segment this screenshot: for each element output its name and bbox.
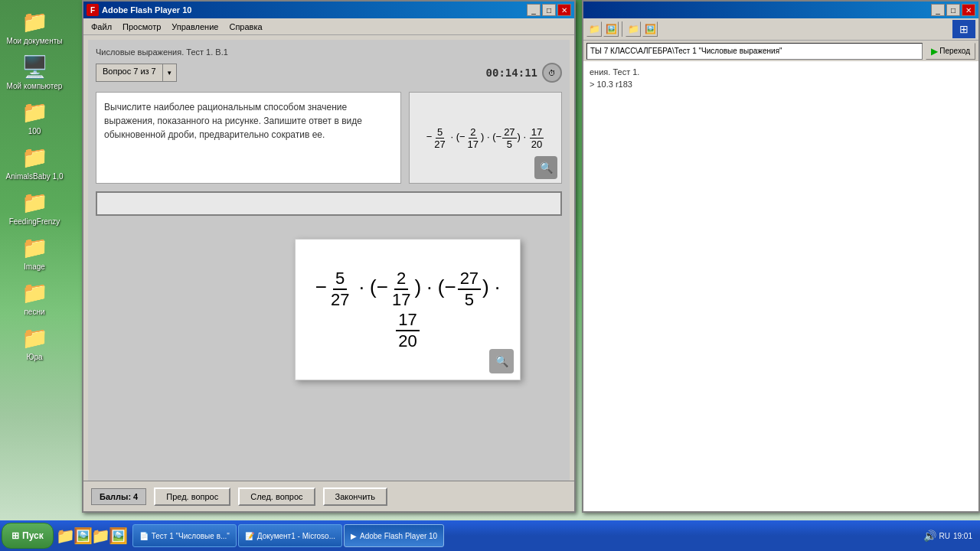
taskbar-folder-icon-3[interactable]: 📁 [93, 528, 109, 543]
desktop-icons-container: 📁 Мои документы 🖥️ Мой компьютер 📁 100 📁… [0, 0, 77, 369]
desktop-icon-feeding[interactable]: 📁 FeedingFrenzy [4, 188, 65, 226]
dropdown-arrow-icon[interactable]: ▼ [163, 64, 177, 82]
toolbar-icon-2[interactable]: 🖼️ [603, 21, 619, 37]
bottom-bar: Баллы: 4 Пред. вопрос След. вопрос Закон… [83, 481, 574, 511]
taskbar-item-doc-icon: 📝 [245, 532, 254, 540]
taskbar-item-flash-icon: ▶ [351, 532, 357, 540]
bg-minimize-button[interactable]: _ [931, 4, 945, 16]
folder-100-icon: 📁 [21, 98, 48, 126]
toolbar-icon-3[interactable]: 📁 [626, 21, 641, 37]
songs-icon: 📁 [21, 279, 48, 306]
feeding-icon: 📁 [21, 188, 48, 216]
taskbar-item-test-icon: 📄 [139, 532, 149, 540]
taskbar-tray: 🔊 RU 19:01 [917, 530, 978, 542]
flash-minimize-button[interactable]: _ [527, 4, 541, 16]
taskbar-folder-icon-2[interactable]: 🖼️ [76, 528, 91, 543]
toolbar-icon-1[interactable]: 📁 [586, 21, 602, 37]
songs-label: песни [24, 308, 44, 316]
taskbar-item-flash-label: Adobe Flash Player 10 [360, 532, 437, 540]
toolbar-icon-4[interactable]: 🖼️ [642, 21, 658, 37]
image-icon: 📁 [21, 233, 48, 261]
animals-label: AnimalsBaby 1,0 [5, 172, 63, 181]
question-text: Вычислите наиболее рациональным способом… [96, 92, 401, 184]
desktop-icon-animals[interactable]: 📁 AnimalsBaby 1,0 [4, 143, 65, 181]
test-title: Числовые выражения. Тест 1. В.1 [96, 47, 562, 57]
yura-icon: 📁 [21, 324, 48, 351]
feeding-label: FeedingFrenzy [9, 217, 60, 226]
taskbar-lang-indicator: RU [939, 532, 950, 540]
start-button[interactable]: ⊞ Пуск [2, 523, 54, 549]
flash-title-text: Adobe Flash Player 10 [102, 5, 524, 15]
desktop-icon-yura[interactable]: 📁 Юра [4, 324, 65, 361]
desktop-icon-100[interactable]: 📁 100 [4, 98, 65, 135]
timer-display: 00:14:11 ⏱ [486, 63, 562, 83]
taskbar-items: 📄 Тест 1 "Числовые в..." 📝 Документ1 - M… [132, 524, 916, 547]
nav-go-label: Переход [939, 47, 970, 55]
flash-menubar: Файл Просмотр Управление Справка [83, 18, 574, 35]
flash-maximize-button[interactable]: □ [542, 4, 556, 16]
taskbar: ⊞ Пуск 📁 🖼️ 📁 🖼️ 📄 Тест 1 "Числовые в...… [0, 520, 980, 551]
question-dropdown[interactable]: Вопрос 7 из 7 [96, 64, 163, 82]
timer-button[interactable]: ⏱ [542, 63, 562, 83]
bg-window-nav: ▶ Переход [583, 40, 978, 61]
flash-close-button[interactable]: ✕ [557, 4, 571, 16]
taskbar-item-test[interactable]: 📄 Тест 1 "Числовые в..." [132, 524, 237, 547]
flash-player-window: F Adobe Flash Player 10 _ □ ✕ Файл Просм… [82, 0, 576, 513]
my-documents-icon: 📁 [21, 8, 48, 35]
zoom-out-button[interactable]: 🔍 [489, 349, 514, 373]
menu-view[interactable]: Просмотр [118, 21, 165, 33]
nav-path-input[interactable] [586, 43, 923, 60]
menu-help[interactable]: Справка [224, 21, 266, 33]
start-windows-icon: ⊞ [11, 530, 19, 541]
bg-window-toolbar: 📁 🖼️ 📁 🖼️ ⊞ [583, 18, 978, 40]
my-documents-label: Мои документы [7, 37, 63, 45]
taskbar-item-flash[interactable]: ▶ Adobe Flash Player 10 [344, 524, 444, 547]
taskbar-item-test-label: Тест 1 "Числовые в..." [152, 532, 230, 540]
flash-titlebar: F Adobe Flash Player 10 _ □ ✕ [83, 2, 574, 18]
desktop-icon-image[interactable]: 📁 Image [4, 233, 65, 271]
my-computer-label: Мой компьютер [7, 82, 63, 90]
zoom-overlay: −527 · (−217) · (−275) · 1720 🔍 [295, 239, 521, 380]
bg-maximize-button[interactable]: □ [946, 4, 960, 16]
question-image: −527 · (−217) · (−275) · 1720 🔍 [409, 92, 562, 184]
animals-icon: 📁 [21, 143, 48, 171]
taskbar-item-doc[interactable]: 📝 Документ1 - Microso... [238, 524, 342, 547]
bg-content-line2: > 10.3 r183 [590, 80, 972, 89]
zoom-in-button[interactable]: 🔍 [534, 156, 557, 179]
math-expression-small: −527 · (−217) · (−275) · 1720 [419, 119, 553, 158]
question-header: Вопрос 7 из 7 ▼ 00:14:11 ⏱ [96, 63, 562, 83]
bg-window-content: ения. Тест 1. > 10.3 r183 [583, 61, 978, 502]
answer-input[interactable] [96, 191, 562, 216]
answer-area [96, 191, 562, 216]
bg-close-button[interactable]: ✕ [962, 4, 975, 16]
question-selector: Вопрос 7 из 7 ▼ [96, 64, 177, 82]
taskbar-folder-icon-4[interactable]: 🖼️ [111, 528, 126, 543]
tray-speaker-icon: 🔊 [923, 530, 936, 542]
finish-button[interactable]: Закончить [323, 487, 388, 506]
timer-text: 00:14:11 [486, 67, 537, 79]
next-question-button[interactable]: След. вопрос [238, 487, 315, 506]
bg-window-controls: _ □ ✕ [931, 4, 975, 16]
background-window: _ □ ✕ 📁 🖼️ 📁 🖼️ ⊞ ▶ Переход ения. Тест 1… [582, 0, 980, 513]
tray-icons: 🔊 [923, 530, 936, 542]
desktop-icon-my-documents[interactable]: 📁 Мои документы [4, 8, 65, 45]
bg-window-titlebar: _ □ ✕ [583, 2, 978, 18]
bg-content-line1: ения. Тест 1. [590, 67, 972, 77]
menu-control[interactable]: Управление [167, 21, 223, 33]
flash-window-controls: _ □ ✕ [527, 4, 571, 16]
prev-question-button[interactable]: Пред. вопрос [154, 487, 230, 506]
image-label: Image [24, 262, 45, 271]
start-label: Пуск [22, 530, 44, 541]
question-area: Вычислите наиболее рациональным способом… [96, 92, 562, 184]
yura-label: Юра [26, 353, 42, 361]
taskbar-item-doc-label: Документ1 - Microso... [257, 532, 335, 540]
desktop-icon-my-computer[interactable]: 🖥️ Мой компьютер [4, 53, 65, 90]
menu-file[interactable]: Файл [87, 21, 116, 33]
flash-main-content: Числовые выражения. Тест 1. В.1 Вопрос 7… [88, 40, 570, 488]
folder-100-label: 100 [28, 127, 41, 135]
my-computer-icon: 🖥️ [21, 53, 48, 80]
desktop-icon-songs[interactable]: 📁 песни [4, 279, 65, 316]
flash-app-icon: F [87, 4, 99, 16]
nav-go-button[interactable]: ▶ Переход [926, 43, 975, 60]
taskbar-folder-icon-1[interactable]: 📁 [58, 528, 74, 543]
